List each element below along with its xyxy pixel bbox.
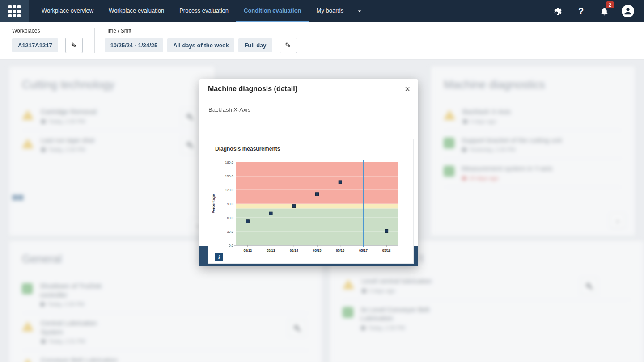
nav-more-button[interactable] [351,0,368,22]
svg-text:60.0: 60.0 [227,216,233,220]
top-nav: Workplace overview Workplace evaluation … [0,0,644,22]
edit-time-shift-button[interactable]: ✎ [280,38,297,53]
workplaces-filter-group: Workplaces A1217A1217 ✎ [12,28,83,59]
svg-text:05/17: 05/17 [359,248,368,253]
tab-condition-evaluation[interactable]: Condition evaluation [236,0,309,22]
svg-text:Percentage: Percentage [212,194,216,214]
svg-text:05/12: 05/12 [243,248,252,253]
modal-title: Machine diagnosis (detail) [208,85,297,93]
close-icon[interactable]: × [405,84,410,93]
days-chip: All days of the week [167,38,234,52]
svg-text:05/13: 05/13 [267,248,275,253]
user-avatar[interactable] [622,5,634,17]
chevron-down-icon [356,7,364,15]
help-icon: ? [578,6,584,17]
modal-header: Machine diagnosis (detail) × [199,79,418,99]
nav-actions: ? 2 [552,0,644,22]
workplaces-label: Workplaces [12,28,83,34]
modal-subtitle: Backlash X-Axis [208,106,418,113]
notifications-button[interactable]: 2 [598,5,610,17]
notification-badge: 2 [606,1,614,8]
help-button[interactable]: ? [575,5,587,17]
date-range-chip: 10/25/24 - 1/24/25 [105,38,164,52]
workplace-chip: A1217A1217 [12,38,58,52]
modal-body: Backlash X-Axis Diagnosis measurements 0… [199,99,418,246]
app-menu-button[interactable] [0,0,29,22]
svg-text:180.0: 180.0 [225,160,233,164]
pencil-icon: ✎ [285,41,291,50]
tab-my-boards[interactable]: My boards [309,0,352,22]
diagnosis-chart: 0.030.060.090.0120.0150.0180.005/1205/13… [208,159,414,255]
shift-chip: Full day [238,38,272,52]
svg-text:05/15: 05/15 [313,248,322,253]
svg-text:150.0: 150.0 [225,174,233,178]
tab-process-evaluation[interactable]: Process evaluation [172,0,236,22]
svg-text:05/18: 05/18 [382,248,391,253]
svg-text:05/16: 05/16 [336,248,344,253]
svg-text:05/14: 05/14 [290,248,299,253]
pencil-icon: ✎ [71,41,76,50]
machine-diagnosis-modal: Machine diagnosis (detail) × Backlash X-… [199,79,418,266]
user-icon [623,6,633,16]
nav-tabs: Workplace overview Workplace evaluation … [34,0,368,22]
tab-workplace-overview[interactable]: Workplace overview [34,0,101,22]
filter-bar: Workplaces A1217A1217 ✎ Time / Shift 10/… [0,22,644,59]
grid-icon [8,5,21,17]
info-icon[interactable]: i [215,253,223,261]
filter-divider [94,28,95,53]
tab-workplace-evaluation[interactable]: Workplace evaluation [101,0,172,22]
settings-button[interactable] [552,5,564,17]
edit-workplaces-button[interactable]: ✎ [65,38,83,53]
gear-icon [553,7,563,16]
svg-text:0.0: 0.0 [229,244,233,248]
svg-text:90.0: 90.0 [227,202,233,206]
time-shift-filter-group: Time / Shift 10/25/24 - 1/24/25 All days… [105,28,297,59]
diagnosis-chart-card: Diagnosis measurements 0.030.060.090.012… [208,139,414,264]
svg-text:120.0: 120.0 [225,188,233,192]
svg-text:30.0: 30.0 [227,230,233,234]
chart-title: Diagnosis measurements [208,139,413,152]
time-shift-label: Time / Shift [105,28,297,34]
